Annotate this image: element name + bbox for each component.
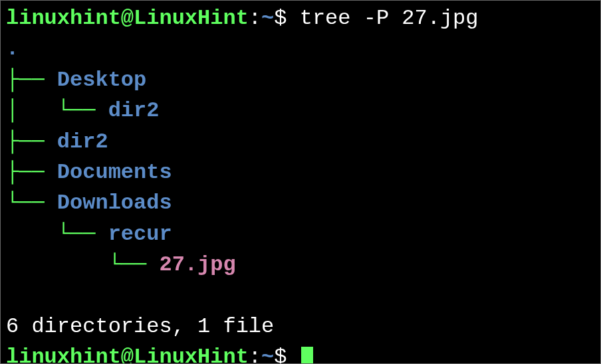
cursor-icon	[301, 347, 313, 364]
tree-branch-icon: ├──	[6, 68, 57, 92]
dir-recur: recur	[108, 222, 172, 246]
dir-documents: Documents	[57, 160, 172, 185]
tree-branch-icon	[6, 252, 57, 277]
blank-line	[6, 281, 595, 312]
tree-branch-icon	[6, 222, 57, 246]
prompt-line-2[interactable]: linuxhint@LinuxHint:~$	[6, 342, 595, 364]
prompt-colon: :	[249, 345, 261, 364]
prompt-dollar: $	[274, 6, 287, 31]
summary-line: 6 directories, 1 file	[6, 312, 595, 342]
prompt-user: linuxhint	[6, 345, 121, 364]
tree-row-dir2b: ├── dir2	[6, 127, 595, 157]
tree-row-file: └── 27.jpg	[6, 250, 595, 280]
file-27jpg: 27.jpg	[159, 252, 235, 277]
tree-branch-icon: └──	[57, 222, 108, 246]
tree-row-dir2a: │ └── dir2	[6, 96, 595, 126]
tree-row-documents: ├── Documents	[6, 157, 595, 188]
summary-text: 6 directories, 1 file	[6, 314, 274, 339]
command[interactable]: tree -P 27.jpg	[300, 6, 479, 31]
tree-row-desktop: ├── Desktop	[6, 65, 595, 96]
prompt-host: LinuxHint	[134, 6, 249, 31]
space	[287, 345, 299, 364]
dir-desktop: Desktop	[57, 68, 146, 92]
tree-branch-icon: └──	[108, 252, 160, 277]
tree-branch-icon: ├──	[6, 130, 57, 154]
prompt-at: @	[121, 6, 134, 31]
tree-branch-icon: │	[6, 98, 57, 123]
prompt-user: linuxhint	[6, 6, 121, 31]
command-text	[287, 6, 299, 31]
tree-row-downloads: └── Downloads	[6, 188, 595, 219]
prompt-path: ~	[261, 6, 274, 31]
tree-branch-icon: └──	[57, 98, 108, 123]
tree-row-recur: └── recur	[6, 219, 595, 250]
tree-branch-icon	[57, 252, 108, 277]
tree-root: .	[6, 34, 595, 64]
prompt-colon: :	[249, 6, 261, 31]
tree-branch-icon: ├──	[6, 160, 57, 185]
dir-downloads: Downloads	[57, 191, 172, 215]
root-dot: .	[6, 37, 19, 61]
dir-dir2b: dir2	[57, 130, 108, 154]
dir-dir2a: dir2	[108, 98, 160, 123]
prompt-dollar: $	[274, 345, 287, 364]
prompt-path: ~	[261, 345, 274, 364]
prompt-at: @	[121, 345, 134, 364]
prompt-host: LinuxHint	[134, 345, 249, 364]
tree-branch-icon: └──	[6, 191, 57, 215]
prompt-line-1: linuxhint@LinuxHint:~$ tree -P 27.jpg	[6, 3, 595, 34]
